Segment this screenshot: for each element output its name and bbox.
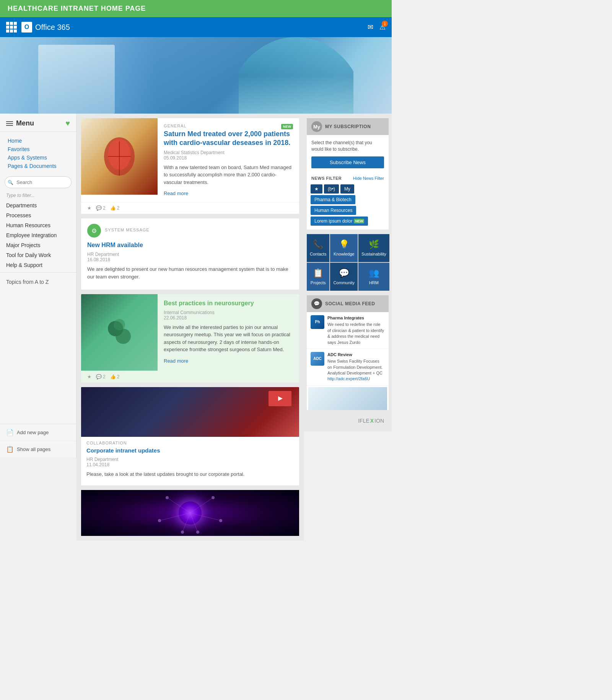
sidebar-bottom: 📄 Add new page 📋 Show all pages <box>0 424 76 458</box>
filter-lorem[interactable]: Lorem ipsum dolor NEW <box>311 217 368 226</box>
broadcast-icon: (b•) <box>328 186 335 192</box>
social-link-2[interactable]: http://adc.expert/2fa6U <box>327 376 370 381</box>
news-read-more-1[interactable]: Read more <box>164 190 188 196</box>
system-msg-title[interactable]: New HRM available <box>87 241 293 249</box>
video-card: ▶ COLLABORATION Corporate intranet updat… <box>81 387 299 485</box>
filter-my[interactable]: My <box>340 184 354 194</box>
social-title-2: ADC Review <box>327 352 385 358</box>
video-thumb: ▶ <box>81 387 299 437</box>
system-msg-meta: HR Department 16.08.2018 <box>87 252 293 262</box>
contacts-label: Contacts <box>310 252 326 257</box>
show-pages-button[interactable]: 📋 Show all pages <box>0 441 76 458</box>
svg-point-20 <box>196 531 199 534</box>
nav-favorites[interactable]: Favorites <box>8 145 76 153</box>
subscription-body: Select the channel(s) that you would lik… <box>307 135 389 173</box>
news-card-1-top: GENERAL NEW Saturn Med treated over 2,00… <box>81 118 299 202</box>
green-card: Best practices in neurosurgery Internal … <box>81 294 299 383</box>
office-header: O Office 365 ✉ ⚠ 1 <box>0 17 392 37</box>
subscription-widget: My MY SUBSCRIPTION Select the channel(s)… <box>307 118 389 230</box>
system-msg-category: SYSTEM MESSAGE <box>105 228 150 232</box>
search-input[interactable] <box>5 176 72 188</box>
sidebar: Menu ♥ Home Favorites Apps & Systems Pag… <box>0 114 76 458</box>
video-category: COLLABORATION <box>86 441 294 445</box>
sidebar-item-employee-integration[interactable]: Employee Integration <box>6 230 70 240</box>
add-page-button[interactable]: 📄 Add new page <box>0 424 76 441</box>
star-icon-1: ★ <box>87 205 91 211</box>
filter-broadcast[interactable]: (b•) <box>324 184 339 194</box>
news-category-1: GENERAL <box>164 124 187 128</box>
svg-line-14 <box>190 513 198 532</box>
green-read-more[interactable]: Read more <box>164 358 188 364</box>
hamburger-icon[interactable] <box>6 121 13 126</box>
comment-icon-g: 💬 <box>96 374 102 379</box>
comments-1: 💬 2 <box>96 205 106 211</box>
filter-hr[interactable]: Human Resources <box>311 206 356 215</box>
subscription-text: Select the channel(s) that you would lik… <box>311 140 384 153</box>
social-avatar-2: ADC <box>311 352 324 366</box>
social-feed-title: SOCIAL MEDIA FEED <box>325 301 375 306</box>
comment-icon-1: 💬 <box>96 205 102 211</box>
svg-line-12 <box>190 513 221 521</box>
social-feed-widget: 💬 SOCIAL MEDIA FEED Ph Pharma Integrates… <box>307 295 389 410</box>
svg-line-11 <box>160 513 190 521</box>
green-card-footer: ★ 💬 2 👍 2 <box>81 371 299 383</box>
office-logo-icon: O <box>21 22 32 33</box>
nav-pages-documents[interactable]: Pages & Documents <box>8 162 76 170</box>
sidebar-item-human-resources[interactable]: Human Resources <box>6 220 70 230</box>
hide-news-filter[interactable]: Hide News Filter <box>353 176 384 181</box>
menu-label: Menu <box>16 119 34 127</box>
video-dept: HR Department <box>86 457 118 462</box>
qa-community[interactable]: 💬 Community <box>330 263 358 291</box>
green-card-date: 22.06.2018 <box>164 315 187 321</box>
filter-pharma[interactable]: Pharma & Biotech <box>311 195 355 204</box>
svg-point-17 <box>158 519 161 522</box>
banner-title: HEALTHCARE INTRANET HOME PAGE <box>8 5 146 12</box>
subscribe-button[interactable]: Subscribe News <box>311 156 384 168</box>
hero-decoration1 <box>38 45 115 114</box>
waffle-icon[interactable] <box>6 22 17 33</box>
nav-home[interactable]: Home <box>8 137 76 145</box>
sidebar-section: Departments Processes Human Resources Em… <box>0 200 76 270</box>
sidebar-item-departments[interactable]: Departments <box>6 200 70 210</box>
news-dept-1: Medical Statistics Department <box>164 150 225 155</box>
news-filter-header: NEWS FILTER Hide News Filter <box>307 173 389 182</box>
social-text-2: ADC Review New Swiss Facility Focuses on… <box>327 352 385 382</box>
news-badge-1: NEW <box>281 124 293 129</box>
mail-button[interactable]: ✉ <box>368 23 373 31</box>
heart-icon: ♥ <box>65 119 70 128</box>
nav-apps-systems[interactable]: Apps & Systems <box>8 153 76 162</box>
topics-az-link[interactable]: Topics from A to Z <box>0 275 76 289</box>
video-title[interactable]: Corporate intranet updates <box>86 447 294 454</box>
qa-projects[interactable]: 📋 Projects <box>307 263 329 291</box>
svg-line-9 <box>167 498 190 513</box>
news-filter-label: NEWS FILTER <box>311 176 342 181</box>
qa-hrm[interactable]: 👥 HRM <box>358 263 389 291</box>
menu-title: Menu <box>6 119 34 127</box>
qa-knowledge[interactable]: 💡 Knowledge <box>330 234 358 262</box>
header-left: O Office 365 <box>6 22 70 33</box>
news-card-1: GENERAL NEW Saturn Med treated over 2,00… <box>81 118 299 214</box>
sidebar-item-help-support[interactable]: Help & Support <box>6 260 70 270</box>
notification-button[interactable]: ⚠ 1 <box>379 23 386 31</box>
community-label: Community <box>333 280 355 285</box>
quick-access-widget: 📞 Contacts 💡 Knowledge 🌿 Sustainability … <box>307 234 389 291</box>
comment-count-g: 2 <box>103 374 106 379</box>
social-item-2: ADC ADC Review New Swiss Facility Focuse… <box>307 349 389 386</box>
sidebar-item-major-projects[interactable]: Major Projects <box>6 240 70 250</box>
news-meta-1: Medical Statistics Department 05.09.2018 <box>164 150 293 161</box>
filter-buttons: ★ (b•) My Pharma & Biotech Human Resourc… <box>307 182 389 230</box>
qa-contacts[interactable]: 📞 Contacts <box>307 234 329 262</box>
comment-count-1: 2 <box>103 205 106 211</box>
hrm-label: HRM <box>369 280 379 285</box>
header-right: ✉ ⚠ 1 <box>368 23 386 31</box>
add-page-label: Add new page <box>17 430 49 435</box>
green-card-title[interactable]: Best practices in neurosurgery <box>164 300 293 308</box>
social-avatar-1: Ph <box>311 315 324 329</box>
qa-sustainability[interactable]: 🌿 Sustainability <box>358 234 389 262</box>
sidebar-item-processes[interactable]: Processes <box>6 210 70 220</box>
news-title-1[interactable]: Saturn Med treated over 2,000 patients w… <box>164 130 293 148</box>
sidebar-item-tool-daily-work[interactable]: Tool for Daily Work <box>6 250 70 260</box>
hrm-icon: 👥 <box>369 268 379 278</box>
filter-starred[interactable]: ★ <box>311 184 322 194</box>
content-area: GENERAL NEW Saturn Med treated over 2,00… <box>76 114 304 540</box>
